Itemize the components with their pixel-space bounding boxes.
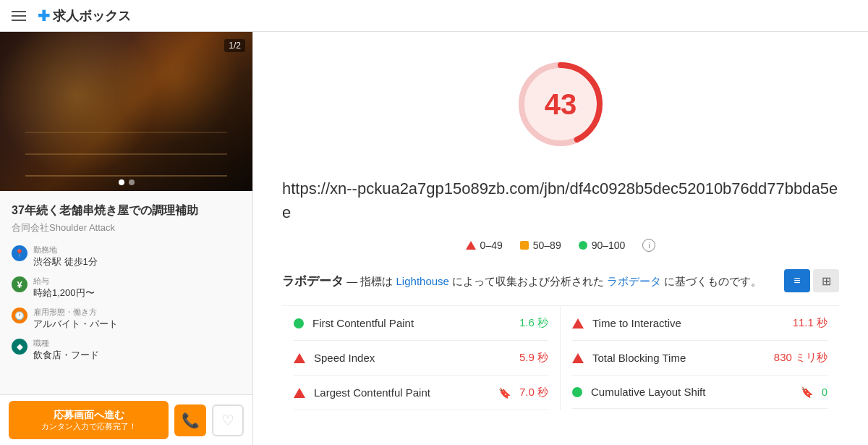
logo-text: 求人ボックス <box>53 7 131 25</box>
list-view-icon: ≡ <box>793 274 800 287</box>
metric-si: Speed Index 5.9 秒 <box>294 341 548 376</box>
top-nav: ✚ 求人ボックス <box>0 0 868 32</box>
legend-green-label: 90–100 <box>592 240 626 251</box>
lab-desc: — 指標は <box>346 275 393 287</box>
bottom-bar: 応募画面へ進む カンタン入力で応募完了！ 📞 ♡ <box>0 394 252 445</box>
metric-fcp: First Contentful Paint 1.6 秒 <box>294 306 548 341</box>
carousel-dots <box>119 179 135 185</box>
metric-col-right: Time to Interactive 11.1 秒 Total Blockin… <box>561 306 839 410</box>
lcp-bookmark-icon: 🔖 <box>498 387 511 399</box>
cls-bookmark-icon: 🔖 <box>801 386 813 398</box>
grid-view-icon: ⊞ <box>822 274 831 288</box>
logo-icon: ✚ <box>38 7 50 25</box>
lab-view-buttons: ≡ ⊞ <box>784 269 839 292</box>
favorite-button[interactable]: ♡ <box>212 404 244 436</box>
lab-title: ラボデータ <box>282 274 344 288</box>
location-info: 勤務地 渋谷駅 徒歩1分 <box>33 245 98 268</box>
apply-btn-label: 応募画面へ進む <box>54 409 124 420</box>
location-value: 渋谷駅 徒歩1分 <box>33 256 98 267</box>
si-name: Speed Index <box>314 352 511 364</box>
list-view-button[interactable]: ≡ <box>784 269 810 292</box>
phone-icon: 📞 <box>182 412 200 429</box>
metric-tti: Time to Interactive 11.1 秒 <box>572 306 827 341</box>
fcp-name: First Contentful Paint <box>312 317 511 329</box>
lab-header: ラボデータ — 指標は Lighthouse によって収集および分析された ラボ… <box>282 269 839 292</box>
employment-icon: 🕐 <box>12 308 27 323</box>
page-url: https://xn--pckua2a7gp15o89zb.com/jbn/df… <box>282 177 839 224</box>
red-triangle-icon-3 <box>572 318 584 329</box>
legend-row: 0–49 50–89 90–100 i <box>282 239 839 252</box>
fcp-value: 1.6 秒 <box>519 316 548 330</box>
phone-button[interactable]: 📞 <box>174 404 206 436</box>
legend-red-label: 0–49 <box>480 240 503 251</box>
cls-indicator <box>572 387 582 397</box>
job-title: 37年続く老舗串焼き屋での調理補助 <box>12 203 241 219</box>
image-carousel[interactable]: 1/2 <box>0 32 252 191</box>
main-layout: 1/2 37年続く老舗串焼き屋での調理補助 合同会社Shoulder Attac… <box>0 32 868 445</box>
category-info: 職種 飲食店・フード <box>33 338 99 362</box>
legend-circle-icon <box>579 241 587 250</box>
si-value: 5.9 秒 <box>519 351 548 365</box>
employment-label: 雇用形態・働き方 <box>33 307 118 318</box>
apply-button[interactable]: 応募画面へ進む カンタン入力で応募完了！ <box>9 401 169 438</box>
tbt-value: 830 ミリ秒 <box>774 351 827 365</box>
red-triangle-icon-4 <box>572 353 584 363</box>
si-indicator <box>294 353 305 363</box>
legend-square-icon <box>520 241 529 250</box>
carousel-counter: 1/2 <box>224 39 245 52</box>
lcp-value: 7.0 秒 <box>519 386 548 399</box>
carousel-dot-1[interactable] <box>119 179 124 185</box>
info-salary: ¥ 給与 時給1,200円〜 <box>12 276 241 300</box>
cls-value: 0 <box>822 386 827 398</box>
metric-lcp: Largest Contentful Paint 🔖 7.0 秒 <box>294 376 548 410</box>
info-employment: 🕐 雇用形態・働き方 アルバイト・パート <box>12 307 241 331</box>
green-circle-icon <box>294 318 304 329</box>
lab-mid-text: によって収集および分析された <box>452 275 604 287</box>
score-section: 43 <box>282 54 839 155</box>
tti-indicator <box>572 318 584 329</box>
score-circle: 43 <box>510 54 611 155</box>
salary-value: 時給1,200円〜 <box>33 287 95 298</box>
right-panel: 43 https://xn--pckua2a7gp15o89zb.com/jbn… <box>253 32 868 445</box>
company-name: 合同会社Shoulder Attack <box>12 221 241 234</box>
red-triangle-icon-2 <box>294 388 305 398</box>
info-category: ◆ 職種 飲食店・フード <box>12 338 241 362</box>
location-icon: 📍 <box>12 245 27 261</box>
left-content: 37年続く老舗串焼き屋での調理補助 合同会社Shoulder Attack 📍 … <box>0 191 252 381</box>
score-number: 43 <box>545 88 577 121</box>
tti-value: 11.1 秒 <box>793 316 827 330</box>
metric-tbt: Total Blocking Time 830 ミリ秒 <box>572 341 827 376</box>
salary-info: 給与 時給1,200円〜 <box>33 276 95 300</box>
logo: ✚ 求人ボックス <box>38 7 131 25</box>
heart-icon: ♡ <box>221 412 234 429</box>
left-panel: 1/2 37年続く老舗串焼き屋での調理補助 合同会社Shoulder Attac… <box>0 32 253 445</box>
lab-data-link[interactable]: ラボデータ <box>607 275 661 287</box>
metric-cls: Cumulative Layout Shift 🔖 0 <box>572 376 827 409</box>
lighthouse-link[interactable]: Lighthouse <box>396 275 449 287</box>
tti-name: Time to Interactive <box>592 317 784 329</box>
salary-label: 給与 <box>33 276 95 287</box>
tbt-indicator <box>572 353 584 363</box>
carousel-dot-2[interactable] <box>129 179 135 185</box>
employment-value: アルバイト・パート <box>33 318 118 329</box>
menu-icon[interactable] <box>12 11 26 21</box>
metrics-grid: First Contentful Paint 1.6 秒 Speed Index… <box>282 305 839 410</box>
location-label: 勤務地 <box>33 245 98 255</box>
tbt-name: Total Blocking Time <box>592 352 765 364</box>
category-icon: ◆ <box>12 339 27 355</box>
legend-info-button[interactable]: i <box>642 239 655 252</box>
legend-yellow: 50–89 <box>520 240 561 251</box>
lab-title-area: ラボデータ — 指標は Lighthouse によって収集および分析された ラボ… <box>282 273 762 289</box>
carousel-image <box>0 32 252 191</box>
lcp-indicator <box>294 388 305 398</box>
legend-yellow-label: 50–89 <box>533 240 561 251</box>
grid-view-button[interactable]: ⊞ <box>813 269 839 292</box>
fcp-indicator <box>294 318 304 329</box>
legend-green: 90–100 <box>579 240 626 251</box>
url-section: https://xn--pckua2a7gp15o89zb.com/jbn/df… <box>282 177 839 224</box>
cls-name: Cumulative Layout Shift <box>591 386 798 398</box>
salary-icon: ¥ <box>12 276 27 292</box>
metric-col-left: First Contentful Paint 1.6 秒 Speed Index… <box>282 306 561 410</box>
category-label: 職種 <box>33 338 99 349</box>
legend-triangle-icon <box>466 241 476 250</box>
